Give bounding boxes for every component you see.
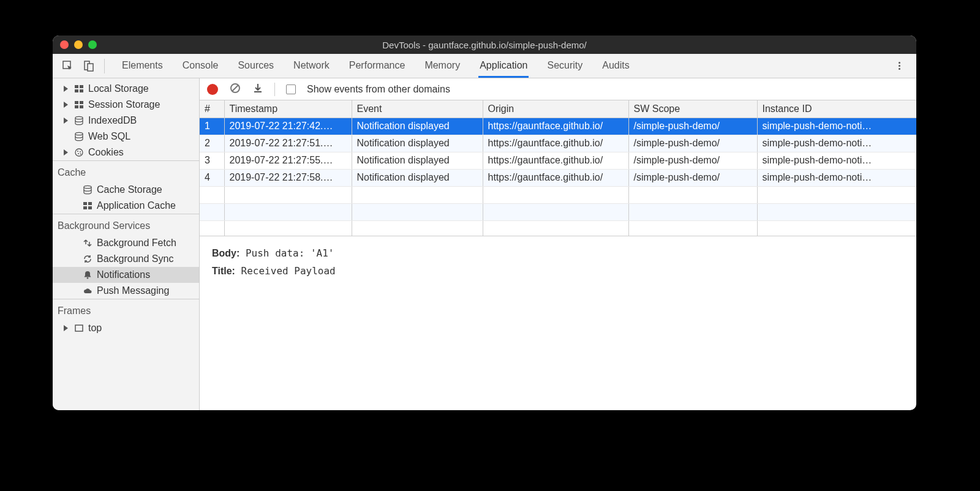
- table-cell: Notification displayed: [352, 169, 483, 186]
- table-cell: /simple-push-demo/: [628, 135, 757, 152]
- show-other-domains-label: Show events from other domains: [307, 84, 450, 95]
- table-cell: simple-push-demo-noti…: [757, 118, 916, 135]
- sidebar-item-label: Push Messaging: [97, 285, 169, 296]
- svg-rect-7: [75, 101, 78, 104]
- table-cell: simple-push-demo-noti…: [757, 152, 916, 169]
- show-other-domains-checkbox[interactable]: [286, 84, 296, 94]
- table-cell: https://gauntface.github.io/: [483, 118, 628, 135]
- svg-point-23: [87, 277, 89, 279]
- expand-triangle-icon[interactable]: [64, 118, 68, 124]
- maximize-window-button[interactable]: [88, 40, 97, 49]
- cloud-icon: [82, 285, 93, 296]
- sidebar-item-cache-storage[interactable]: Cache Storage: [53, 182, 199, 198]
- sidebar-item-cookies[interactable]: Cookies: [53, 144, 199, 160]
- table-row[interactable]: 22019-07-22 21:27:51.…Notification displ…: [200, 135, 916, 152]
- tab-console[interactable]: Console: [181, 55, 220, 77]
- sidebar-item-background-fetch[interactable]: Background Fetch: [53, 235, 199, 251]
- frame-icon: [74, 323, 85, 334]
- tab-security[interactable]: Security: [546, 55, 584, 77]
- main-tabbar: ElementsConsoleSourcesNetworkPerformance…: [53, 54, 916, 78]
- sidebar-item-indexeddb[interactable]: IndexedDB: [53, 113, 199, 129]
- sidebar-category-cache: Cache: [53, 160, 199, 182]
- sidebar-item-notifications[interactable]: Notifications: [53, 267, 199, 283]
- table-row[interactable]: 32019-07-22 21:27:55.…Notification displ…: [200, 152, 916, 169]
- grid-icon: [74, 83, 85, 94]
- sidebar-item-application-cache[interactable]: Application Cache: [53, 198, 199, 214]
- sidebar-item-label: Cache Storage: [97, 184, 162, 195]
- traffic-lights: [60, 40, 97, 49]
- expand-triangle-icon[interactable]: [64, 102, 68, 108]
- column-header[interactable]: Origin: [483, 100, 628, 118]
- svg-point-18: [84, 186, 91, 188]
- sidebar-item-top[interactable]: top: [53, 320, 199, 336]
- expand-triangle-icon[interactable]: [64, 86, 68, 92]
- grid-icon: [74, 99, 85, 110]
- download-icon[interactable]: [252, 83, 263, 96]
- svg-rect-4: [80, 85, 83, 88]
- detail-title-label: Title:: [212, 266, 235, 276]
- detail-title-value: Received Payload: [241, 265, 336, 277]
- device-toolbar-icon[interactable]: [82, 59, 96, 73]
- table-cell: /simple-push-demo/: [628, 169, 757, 186]
- inspect-element-icon[interactable]: [61, 59, 75, 73]
- svg-point-15: [80, 151, 81, 152]
- table-cell: https://gauntface.github.io/: [483, 152, 628, 169]
- sidebar-item-push-messaging[interactable]: Push Messaging: [53, 283, 199, 299]
- table-row[interactable]: 42019-07-22 21:27:58.…Notification displ…: [200, 169, 916, 186]
- sidebar-item-session-storage[interactable]: Session Storage: [53, 97, 199, 113]
- detail-body-label: Body:: [212, 248, 239, 258]
- window-title: DevTools - gauntface.github.io/simple-pu…: [53, 40, 916, 50]
- table-cell: 4: [200, 169, 224, 186]
- sidebar-item-web-sql[interactable]: Web SQL: [53, 129, 199, 144]
- svg-line-26: [232, 85, 238, 91]
- svg-rect-10: [80, 105, 83, 108]
- tab-memory[interactable]: Memory: [423, 55, 461, 77]
- column-header[interactable]: #: [200, 100, 224, 118]
- column-header[interactable]: Timestamp: [224, 100, 352, 118]
- tab-audits[interactable]: Audits: [601, 55, 630, 77]
- table-cell: Notification displayed: [352, 135, 483, 152]
- svg-point-16: [78, 153, 79, 154]
- more-options-icon[interactable]: [893, 60, 905, 72]
- svg-point-13: [75, 149, 83, 156]
- table-cell: simple-push-demo-noti…: [757, 169, 916, 186]
- tab-elements[interactable]: Elements: [121, 55, 164, 77]
- sidebar-item-local-storage[interactable]: Local Storage: [53, 81, 199, 97]
- sidebar-item-label: Local Storage: [88, 83, 149, 94]
- svg-rect-22: [88, 206, 92, 209]
- column-header[interactable]: Instance ID: [757, 100, 916, 118]
- svg-rect-6: [80, 89, 83, 92]
- tab-performance[interactable]: Performance: [348, 55, 407, 77]
- fetch-icon: [82, 238, 93, 249]
- sidebar-item-label: Cookies: [88, 147, 124, 158]
- sidebar-item-label: Notifications: [97, 269, 150, 280]
- tab-network[interactable]: Network: [292, 55, 331, 77]
- minimize-window-button[interactable]: [74, 40, 83, 49]
- record-button[interactable]: [207, 84, 218, 95]
- db-icon: [74, 115, 85, 126]
- column-header[interactable]: SW Scope: [628, 100, 757, 118]
- close-window-button[interactable]: [60, 40, 69, 49]
- detail-body-value: Push data: 'A1': [246, 247, 334, 259]
- table-cell: 2: [200, 135, 224, 152]
- expand-triangle-icon[interactable]: [64, 149, 68, 156]
- table-row[interactable]: 12019-07-22 21:27:42.…Notification displ…: [200, 118, 916, 135]
- sidebar-item-label: Background Fetch: [97, 238, 176, 249]
- svg-point-14: [77, 151, 78, 152]
- application-sidebar: Local StorageSession StorageIndexedDBWeb…: [53, 78, 200, 410]
- column-header[interactable]: Event: [352, 100, 483, 118]
- svg-point-11: [75, 116, 83, 119]
- table-cell: /simple-push-demo/: [628, 152, 757, 169]
- svg-point-17: [80, 154, 81, 155]
- tab-sources[interactable]: Sources: [236, 55, 275, 77]
- tab-application[interactable]: Application: [478, 55, 529, 78]
- grid-icon: [82, 200, 93, 211]
- clear-icon[interactable]: [229, 82, 241, 96]
- toolbar-divider: [274, 83, 275, 96]
- svg-rect-20: [88, 202, 92, 205]
- sidebar-item-background-sync[interactable]: Background Sync: [53, 251, 199, 267]
- table-cell: 2019-07-22 21:27:42.…: [224, 118, 352, 135]
- sidebar-item-label: Application Cache: [97, 200, 176, 211]
- expand-triangle-icon[interactable]: [64, 325, 68, 331]
- sidebar-category-frames: Frames: [53, 299, 199, 320]
